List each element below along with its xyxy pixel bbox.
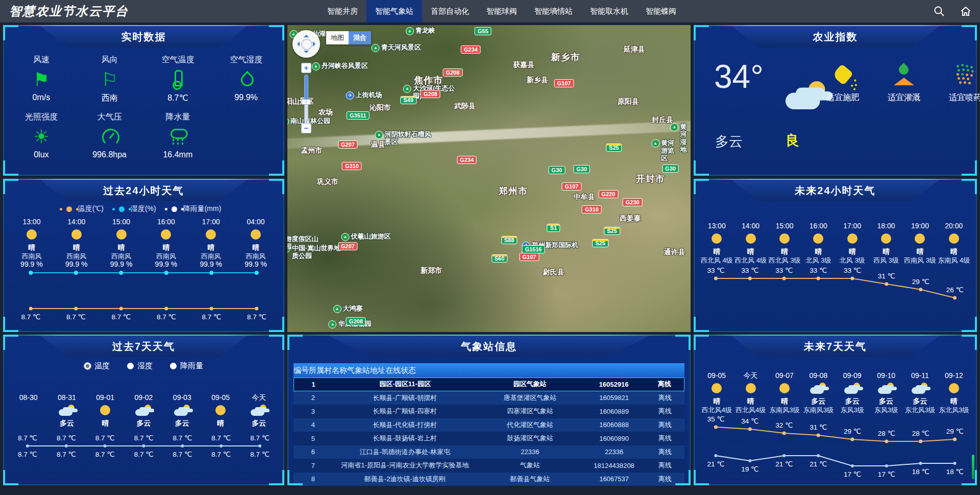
map-type-button[interactable]: 混合 [349, 31, 371, 44]
svg-text:8.7 ℃: 8.7 ℃ [18, 451, 37, 458]
nav-tab[interactable]: 智能取水机 [581, 0, 637, 22]
table-row[interactable]: 2 长顺县-广顺镇-朝摆村 唐基堡灌区气象站 16059821 离线 [293, 391, 684, 405]
scenic-marker-icon[interactable]: ▲ [651, 139, 659, 148]
scenic-marker-icon[interactable]: ▲ [372, 44, 380, 52]
weather-icon [700, 232, 733, 245]
metric-radio[interactable]: 湿度 [127, 361, 153, 371]
cloudy-icon [174, 405, 190, 416]
weather-label: 多云 [240, 419, 278, 428]
metric-radio[interactable]: 温度 [84, 361, 110, 371]
cell-no: 3 [293, 408, 333, 415]
scenic-marker-icon[interactable]: ▲ [341, 233, 350, 241]
hour-weather-item: 14:00 晴 西北风 4级 [733, 222, 767, 264]
nav-tab[interactable]: 首部自动化 [422, 0, 478, 22]
weather-label: 多云 [801, 397, 835, 406]
weather-label: 晴 [836, 247, 869, 256]
metric-label: 空气温度 [144, 55, 212, 65]
weather-label: 多云 [836, 397, 869, 406]
home-icon[interactable] [960, 5, 972, 17]
table-row[interactable]: 4 长顺县-代化镇-打傍村 代化灌区气象站 16060888 离线 [293, 418, 684, 432]
legend-item[interactable]: 温度(℃) [66, 204, 104, 214]
legend-dot-icon [66, 206, 72, 212]
weather-label: 晴 [54, 243, 99, 252]
next24-chart: 33 ℃33 ℃33 ℃33 ℃33 ℃31 ℃29 ℃26 ℃ [699, 264, 972, 320]
nav-tab[interactable]: 智能井房 [318, 0, 366, 22]
table-row[interactable]: 1 园区-园区11-园区 园区气象站 16052916 离线 [293, 378, 684, 391]
cell-status: 离线 [645, 461, 684, 470]
scenic-marker-icon[interactable]: ▲ [403, 85, 411, 93]
table-row[interactable]: 5 长顺县-鼓扬镇-岩上村 鼓扬灌区气象站 16060890 离线 [293, 432, 684, 445]
legend-item[interactable]: 降雨量(mm) [172, 204, 222, 214]
zoom-track[interactable]: − [304, 75, 308, 122]
road-badge: G107 [561, 182, 581, 191]
map-pan-control[interactable] [292, 30, 320, 58]
app-title: 智慧农业节水云平台 [9, 3, 129, 19]
nav-tab[interactable]: 智能气象站 [366, 0, 422, 22]
road-badge: G234 [461, 45, 481, 54]
nav-tab-label: 智能井房 [327, 7, 358, 16]
table-row[interactable]: 3 长顺县-广顺镇-四寨村 四寨灌区气象站 16060889 离线 [293, 405, 684, 418]
scenic-marker-icon[interactable]: ▲ [287, 117, 289, 126]
scenic-marker-icon[interactable]: ▲ [375, 131, 383, 139]
search-icon[interactable] [933, 5, 945, 17]
day-weather-item: 09-11 多云 东北风3级 [903, 371, 937, 414]
agri-panel-title: 农业指数 [731, 26, 940, 48]
scenic-marker-icon[interactable]: ▲ [328, 320, 336, 328]
pan-up-icon[interactable] [304, 32, 309, 37]
metric-radio[interactable]: 降雨量 [170, 361, 203, 371]
scenic-marker-icon[interactable]: ▲ [406, 27, 414, 35]
nav-tab[interactable]: 智能蝶阀 [637, 0, 685, 22]
table-header-cell: 编号 [293, 366, 309, 375]
zoom-in-button[interactable]: + [301, 63, 311, 73]
weather-label: 多云 [47, 419, 86, 428]
svg-text:8.7 ℃: 8.7 ℃ [66, 313, 86, 321]
sun-icon [746, 383, 756, 393]
wind-label: 东风3级 [869, 406, 903, 414]
pan-down-icon[interactable] [304, 51, 309, 56]
sun-icon [161, 229, 171, 240]
map-town-label: 沁阳市 [370, 103, 391, 112]
cell-status: 离线 [645, 407, 684, 416]
scenic-marker-icon[interactable]: ▲ [312, 62, 320, 70]
pan-left-icon[interactable] [295, 41, 300, 46]
radio-icon[interactable] [84, 363, 91, 369]
sun-icon [949, 233, 959, 244]
nav-tab[interactable]: 智能球阀 [478, 0, 526, 22]
svg-text:35 ℃: 35 ℃ [707, 415, 724, 423]
past7-metric-radios: 温度 湿度 降雨量 [4, 361, 283, 371]
fertilize-icon [832, 64, 853, 85]
metric-value: 16.4mm [144, 150, 212, 159]
road-badge: G310 [342, 162, 362, 170]
cell-status: 离线 [645, 420, 684, 430]
svg-text:29 ℃: 29 ℃ [946, 428, 964, 435]
sun-icon [251, 229, 261, 240]
panel-scrollbar[interactable] [972, 455, 974, 479]
svg-text:21 ℃: 21 ℃ [810, 460, 827, 468]
map[interactable]: 焦作市新乡市郑州市开封市 获嘉县新乡县延津县武陟县原阳县封丘县沁阳市孟州市温县巩… [287, 25, 691, 332]
scenic-marker-icon[interactable]: ▲ [333, 305, 341, 313]
map-town-label: 原阳县 [618, 97, 639, 106]
pan-right-icon[interactable] [313, 41, 318, 46]
table-row[interactable]: 8 鄯善县-2迪坎镇-迪坎镇房刚 鄯善县气象站 16067537 离线 [293, 473, 684, 486]
weather-label: 多云 [869, 397, 903, 406]
metric-icon [30, 126, 53, 148]
scenic-marker-icon[interactable]: ▲ [670, 123, 678, 131]
svg-text:17 ℃: 17 ℃ [878, 470, 895, 478]
past7-panel-title: 过去7天天气 [40, 336, 247, 357]
table-row[interactable]: 6 江口县-凯德街道办事处-林家屯 22336 22336 离线 [293, 445, 684, 459]
radio-icon[interactable] [127, 363, 134, 369]
zoom-out-button[interactable]: − [301, 123, 311, 133]
radio-icon[interactable] [170, 363, 177, 369]
table-row[interactable]: 7 河南省1-原阳县-河南农业大学教学实验基地 气象站 18124438208 … [293, 459, 684, 473]
svg-text:29 ℃: 29 ℃ [912, 278, 929, 286]
weather-icon [188, 228, 233, 241]
svg-text:33 ℃: 33 ℃ [775, 267, 793, 274]
airport-marker-icon[interactable]: ✈ [346, 91, 354, 100]
nav-tab[interactable]: 智能墒情站 [526, 0, 581, 22]
cell-no: 7 [293, 462, 333, 469]
legend-item[interactable]: 湿度(%) [119, 204, 156, 214]
map-type-button[interactable]: 地图 [326, 31, 349, 44]
zoom-handle[interactable]: − [302, 99, 311, 105]
nav-tab-label: 智能墒情站 [534, 7, 573, 16]
time-label: 13:00 [9, 218, 54, 226]
